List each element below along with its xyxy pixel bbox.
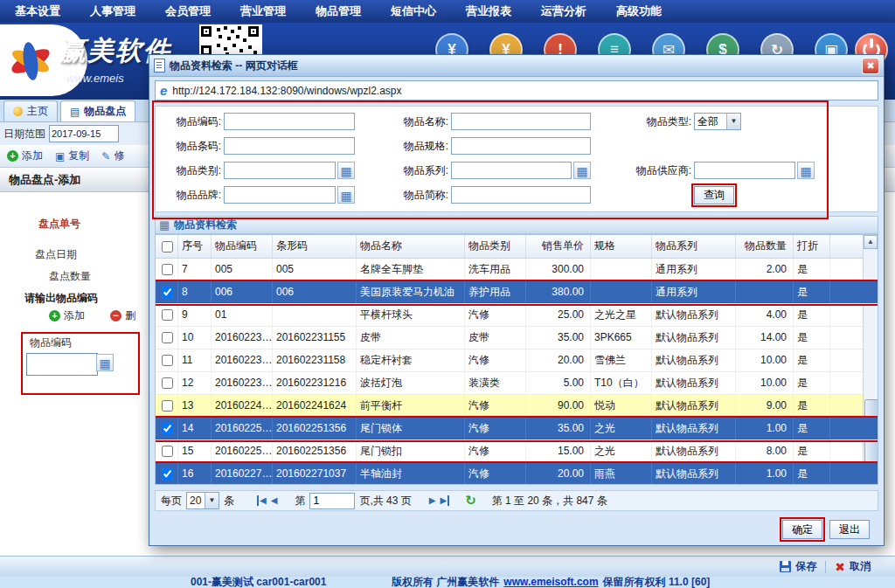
last-page-icon[interactable]: ▶ <box>440 495 449 506</box>
column-header[interactable]: 物品名称 <box>357 235 465 258</box>
menu-item[interactable]: 短信中心 <box>376 3 451 19</box>
item-code-lookup-icon[interactable]: ▦ <box>96 354 114 371</box>
search-input[interactable] <box>224 113 355 130</box>
lookup-icon[interactable]: ▦ <box>337 162 355 179</box>
exit-button[interactable]: 退出 <box>829 520 870 539</box>
column-header[interactable]: 打折 <box>794 235 830 258</box>
menu-item[interactable]: 营业管理 <box>225 3 301 19</box>
menu-item[interactable]: 基本设置 <box>0 3 75 19</box>
table-row[interactable]: 1120160223…201602231158稳定杆衬套汽修20.00雪佛兰默认… <box>156 349 878 372</box>
table-cell: 8 <box>178 281 212 303</box>
row-checkbox[interactable] <box>162 446 173 457</box>
row-checkbox[interactable] <box>162 423 173 434</box>
table-cell: 是 <box>794 304 830 326</box>
item-code-input[interactable] <box>26 353 98 376</box>
prev-page-icon[interactable]: ◀ <box>271 495 278 506</box>
menu-item[interactable]: 人事管理 <box>75 3 150 19</box>
close-icon[interactable]: ✖ <box>862 58 879 74</box>
table-cell: 默认物品系列 <box>652 304 736 326</box>
table-cell: 洗车用品 <box>465 259 526 280</box>
item-type-select[interactable]: 全部▼ <box>694 113 741 130</box>
row-checkbox[interactable] <box>162 355 173 366</box>
row-checkbox[interactable] <box>162 377 173 389</box>
vertical-scrollbar[interactable]: ▲ ▼ <box>863 235 878 484</box>
table-cell: 汽修 <box>465 304 526 326</box>
table-row[interactable]: 7005005名牌全车脚垫洗车用品300.00通用系列2.00是 <box>156 259 878 281</box>
column-header[interactable]: 物品系列 <box>652 235 736 258</box>
date-range-input[interactable] <box>49 125 119 142</box>
menu-item[interactable]: 物品管理 <box>301 3 376 19</box>
row-checkbox[interactable] <box>162 287 173 298</box>
edit-record-button[interactable]: ✎ 修 <box>101 149 124 163</box>
row-checkbox[interactable] <box>162 400 173 412</box>
record-range-label: 第 1 至 20 条，共 847 条 <box>492 494 607 508</box>
first-page-icon[interactable]: ◀ <box>257 495 267 506</box>
save-button[interactable]: 保存 <box>780 559 816 574</box>
search-input[interactable] <box>451 137 591 155</box>
next-page-icon[interactable]: ▶ <box>429 495 436 506</box>
row-checkbox[interactable] <box>162 309 173 321</box>
table-row[interactable]: 1420160225…201602251356尾门锁体汽修35.00之光默认物品… <box>156 418 878 440</box>
search-input[interactable] <box>224 186 336 204</box>
query-button[interactable]: 查询 <box>694 186 734 204</box>
menu-item[interactable]: 高级功能 <box>601 3 676 19</box>
table-cell: 默认物品系列 <box>652 440 736 462</box>
form-icon: ▤ <box>70 107 80 117</box>
footer-link[interactable]: www.emeisoft.com <box>503 577 598 588</box>
search-field-label: 物品规格: <box>374 139 451 154</box>
row-checkbox[interactable] <box>162 468 173 480</box>
table-row[interactable]: 901平横杆球头汽修25.00之光之星默认物品系列4.00是 <box>156 304 878 327</box>
table-row[interactable]: 1320160224…201602241624前平衡杆汽修90.00悦动默认物品… <box>156 395 878 418</box>
column-header[interactable]: 销售单价 <box>526 235 591 258</box>
panel-delete-button[interactable]: − 删 <box>110 308 135 323</box>
column-header[interactable]: 条形码 <box>273 235 357 258</box>
tab-home[interactable]: 主页 <box>3 100 58 121</box>
search-input[interactable] <box>224 162 336 179</box>
add-record-button[interactable]: + 添加 <box>7 149 43 163</box>
row-checkbox[interactable] <box>162 264 173 275</box>
search-input[interactable] <box>451 186 591 204</box>
table-cell: 20160223… <box>212 372 273 394</box>
column-header[interactable]: 物品编码 <box>212 235 273 258</box>
page-input[interactable] <box>309 493 355 509</box>
cancel-button[interactable]: ✖ 取消 <box>835 559 871 574</box>
scroll-up-icon[interactable]: ▲ <box>864 235 878 249</box>
stock-no-label: 盘点单号 <box>38 217 80 232</box>
row-checkbox[interactable] <box>162 332 173 343</box>
table-cell: 16 <box>178 463 212 485</box>
tab-item-inventory[interactable]: ▤ 物品盘点 <box>60 100 135 121</box>
lookup-icon[interactable]: ▦ <box>337 186 355 204</box>
table-row[interactable]: 8006006美国原装爱马力机油养护用品380.00通用系列是 <box>156 281 878 304</box>
table-row[interactable]: 1020160223…201602231155皮带皮带35.003PK665默认… <box>156 327 878 349</box>
menu-item[interactable]: 运营分析 <box>526 3 601 19</box>
table-cell: 装潢类 <box>465 372 526 394</box>
menu-item[interactable]: 营业报表 <box>451 3 526 19</box>
column-header[interactable]: 物品数量 <box>736 235 794 258</box>
table-cell: 10.00 <box>736 349 794 371</box>
column-header[interactable]: 规格 <box>591 235 652 258</box>
refresh-icon[interactable]: ↻ <box>465 493 476 508</box>
table-row[interactable]: 1520160225…201602251356尾门锁扣汽修15.00之光默认物品… <box>156 440 878 463</box>
confirm-button[interactable]: 确定 <box>782 520 822 539</box>
table-cell: 20160227… <box>212 463 273 485</box>
select-all-checkbox[interactable] <box>162 241 173 252</box>
lookup-icon[interactable]: ▦ <box>797 162 815 179</box>
table-row[interactable]: 1620160227…201602271037半轴油封汽修20.00雨燕默认物品… <box>156 463 878 485</box>
table-row[interactable]: 1220160223…201602231216波括灯泡装潢类5.00T10（白）… <box>156 372 878 395</box>
panel-add-button[interactable]: + 添加 <box>49 308 85 323</box>
menu-item[interactable]: 会员管理 <box>150 3 225 19</box>
search-input[interactable] <box>451 113 591 130</box>
dialog-titlebar[interactable]: 物品资料检索 -- 网页对话框 ✖ <box>149 55 884 77</box>
per-page-select[interactable]: 20 ▼ <box>186 492 219 509</box>
search-input[interactable] <box>224 137 355 155</box>
lookup-icon[interactable]: ▦ <box>573 162 591 179</box>
tab-inventory-label: 物品盘点 <box>84 101 126 121</box>
table-cell: 14.00 <box>736 327 794 349</box>
column-header[interactable]: 物品类别 <box>465 235 526 258</box>
row-select-cell <box>156 281 178 303</box>
search-input[interactable] <box>694 162 795 179</box>
table-cell: 10.00 <box>736 372 794 394</box>
search-input[interactable] <box>451 162 572 179</box>
copy-record-button[interactable]: ▣ 复制 <box>55 149 89 163</box>
column-header[interactable]: 序号 <box>178 235 212 258</box>
